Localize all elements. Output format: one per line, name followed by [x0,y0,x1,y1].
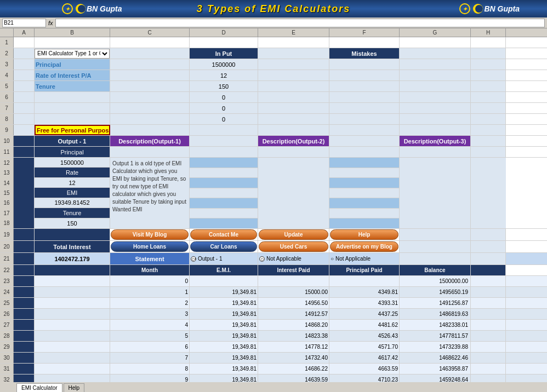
cell-11f [329,147,400,157]
cell-21f-na2[interactable]: ○ Not Applicable [329,253,400,264]
cell-27d-emi: 19,349.81 [190,320,258,330]
cell-1b [35,37,110,48]
cell-1c [110,37,190,48]
cell-19f-btn4[interactable]: Help [329,229,400,240]
row-num-24: 24 [0,287,14,297]
cell-31e-interest: 14686.22 [258,364,329,374]
cell-5d-tenure-value: 150 [190,81,258,91]
cell-7b [35,103,110,113]
cell-3g [400,59,471,70]
calculator-type-select[interactable]: EMI Calculator Type 1 or Ordinary or Old… [35,49,110,59]
row-5: 5 Tenure 150 [0,81,547,92]
logo-right-text: BN Gupta [484,4,520,13]
row-num-11: 11 [0,147,14,157]
row-num-4: 4 [0,70,14,80]
cell-5g [400,81,471,91]
cell-10b-output1: Output - 1 [35,136,110,146]
tab-emi-calculator[interactable]: EMI Calculator [16,383,62,392]
cell-5h [471,81,506,91]
cell-31c-month: 8 [110,364,190,374]
cell-11e [258,147,329,157]
cell-6a [14,92,35,102]
cell-19d-btn2[interactable]: Contact Me [190,229,258,240]
cell-3c [110,59,190,70]
row-6: 6 0 [0,92,547,103]
cell-7g [400,103,471,113]
cell-d-block4 [190,188,258,199]
col-a-navy-block [14,158,35,228]
na1-label: Not Applicable [266,256,301,262]
cell-9a [14,125,35,135]
car-loans-button[interactable]: Car Loans [190,241,257,252]
row-20: 20 Total Interest Home Loans Car Loans U… [0,241,547,253]
cell-31d-emi: 19,349.81 [190,364,258,374]
cell-21d-out1[interactable]: ○ Output - 1 [190,253,258,264]
cell-2b-dropdown[interactable]: EMI Calculator Type 1 or Ordinary or Old… [35,48,110,59]
cell-8g [400,114,471,124]
col-e-empty [258,158,329,228]
cell-10f [329,136,400,146]
compass-right-icon: ✦ [459,3,470,14]
col-header-d: D [190,28,258,37]
cell-29e-interest: 14778.12 [258,342,329,352]
visit-blog-button[interactable]: Visit My Blog [111,229,189,240]
update-button[interactable]: Update [259,229,328,240]
cell-20f-advertise[interactable]: Advertise on my Blog [329,241,400,252]
row-num-26: 26 [0,309,14,319]
used-cars-button[interactable]: Used Cars [259,241,328,252]
cell-9h [471,125,506,135]
col-g-empty [400,158,471,228]
formula-input[interactable] [55,19,545,27]
cell-description: Output 1 is a old type of EMI Calculator… [110,158,190,228]
cell-d-block3 [190,178,258,188]
cell-28b [35,331,110,341]
cell-22h [471,265,506,275]
cell-20h [471,241,506,252]
cell-30e-interest: 14732.40 [258,353,329,363]
home-loans-button[interactable]: Home Loans [111,241,189,252]
cell-21e-na1[interactable]: ○ Not Applicable [258,253,329,264]
contact-me-button[interactable]: Contact Me [190,229,257,240]
cell-5b-tenure-label: Tenure [35,81,110,91]
cell-25c-month: 2 [110,298,190,308]
cell-21g [400,253,471,264]
cell-19h [471,229,506,240]
cell-29a [14,342,35,352]
row-num-13: 13 [0,168,14,177]
cell-16b: 19349.81452 [35,198,110,208]
cell-f-block4 [329,188,399,199]
row-num-17: 17 [0,208,14,218]
output1-label: Output - 1 [198,256,222,262]
cell-19e-btn3[interactable]: Update [258,229,329,240]
row-9: 9 Free for Personal Purpose [0,125,547,136]
help-button[interactable]: Help [330,229,398,240]
name-box[interactable] [2,19,46,27]
radio-na2-icon[interactable]: ○ [331,256,334,262]
cell-20e-used[interactable]: Used Cars [258,241,329,252]
cell-12b: 1500000 [35,158,110,168]
cell-10h [471,136,506,146]
table-row: 23 0 1500000.00 [0,276,547,287]
col-header-f: F [329,28,400,37]
cell-19c-btn1[interactable]: Visit My Blog [110,229,190,240]
cell-11b-principal: Principal [35,147,110,157]
row-num-5: 5 [0,81,14,91]
cell-20c-home[interactable]: Home Loans [110,241,190,252]
advertise-button[interactable]: Advertise on my Blog [330,241,398,252]
row-num-12: 12 [0,158,14,168]
radio-output1[interactable]: ○ [191,256,196,262]
tab-help[interactable]: Help [64,383,85,392]
col-principal-header: Principal Paid [329,265,400,275]
cell-f-block3 [329,178,399,188]
cell-20d-car[interactable]: Car Loans [190,241,258,252]
radio-na1[interactable]: ○ [259,256,265,262]
row-num-22: 22 [0,265,14,275]
col-header-e: E [258,28,329,37]
cell-4g [400,70,471,80]
cell-10d [190,136,258,146]
cell-21h [471,253,506,264]
row-num-7: 7 [0,103,14,113]
cell-31b [35,364,110,374]
row-num-31: 31 [0,364,14,374]
cell-4a [14,70,35,80]
